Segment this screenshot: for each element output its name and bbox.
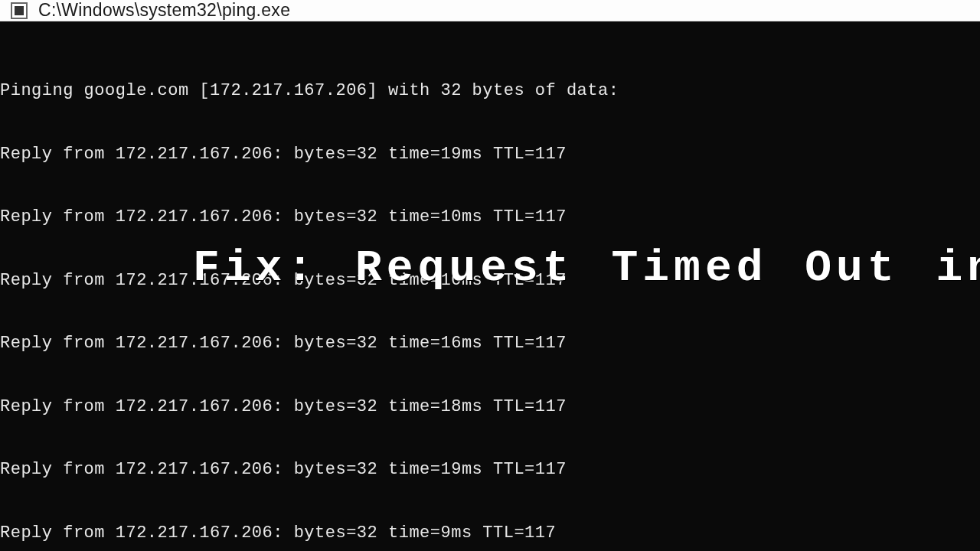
ping-reply-line: Reply from 172.217.167.206: bytes=32 tim… — [0, 523, 980, 544]
app-icon — [11, 2, 28, 19]
window-title: C:\Windows\system32\ping.exe — [38, 0, 290, 21]
ping-header-line: Pinging google.com [172.217.167.206] wit… — [0, 80, 980, 102]
ping-reply-line: Reply from 172.217.167.206: bytes=32 tim… — [0, 459, 980, 481]
video-caption-overlay: Fix: Request Timed Out in Window 10/7 — [193, 242, 980, 295]
ping-reply-line: Reply from 172.217.167.206: bytes=32 tim… — [0, 207, 980, 228]
command-prompt-window: C:\Windows\system32\ping.exe Pinging goo… — [0, 0, 980, 551]
ping-reply-line: Reply from 172.217.167.206: bytes=32 tim… — [0, 333, 980, 354]
titlebar[interactable]: C:\Windows\system32\ping.exe — [0, 0, 980, 21]
terminal-output[interactable]: Pinging google.com [172.217.167.206] wit… — [0, 21, 980, 551]
ping-reply-line: Reply from 172.217.167.206: bytes=32 tim… — [0, 396, 980, 418]
ping-reply-line: Reply from 172.217.167.206: bytes=32 tim… — [0, 144, 980, 165]
